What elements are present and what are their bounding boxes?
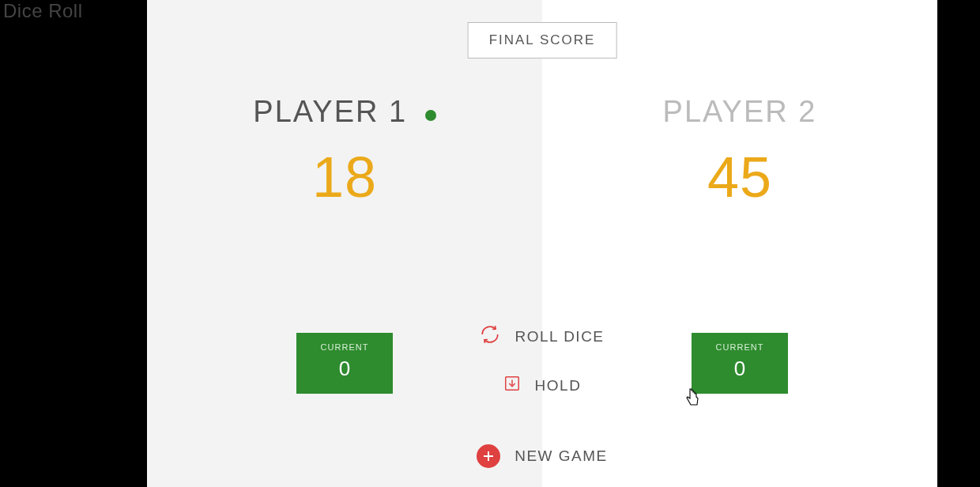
active-player-dot-icon [425, 110, 436, 121]
player2-current-box: CURRENT 0 [692, 333, 788, 394]
app-title: Dice Roll [3, 0, 83, 22]
roll-dice-button[interactable]: ROLL DICE [455, 324, 629, 349]
roll-dice-label: ROLL DICE [514, 328, 604, 345]
player2-name: PLAYER 2 [663, 95, 817, 129]
final-score-button[interactable]: FINAL SCORE [468, 22, 617, 59]
refresh-icon [480, 324, 500, 349]
new-game-button[interactable]: NEW GAME [455, 444, 629, 468]
player1-current-score: 0 [296, 357, 393, 381]
game-board: PLAYER 1 18 CURRENT 0 PLAYER 2 45 CURREN… [147, 0, 937, 487]
player2-current-score: 0 [692, 357, 788, 381]
player1-panel: PLAYER 1 18 CURRENT 0 [147, 0, 542, 487]
download-icon [503, 375, 521, 396]
player2-current-label: CURRENT [692, 342, 788, 352]
player1-current-box: CURRENT 0 [296, 333, 393, 394]
hold-label: HOLD [535, 377, 582, 395]
new-game-label: NEW GAME [514, 447, 608, 465]
player2-header: PLAYER 2 [542, 95, 937, 129]
player1-name: PLAYER 1 [253, 95, 407, 129]
player2-score: 45 [542, 145, 937, 210]
plus-icon [477, 444, 500, 468]
hold-button[interactable]: HOLD [455, 375, 629, 396]
player1-header: PLAYER 1 [147, 95, 542, 129]
player1-score: 18 [147, 145, 542, 210]
player1-current-label: CURRENT [296, 342, 393, 352]
player2-panel: PLAYER 2 45 CURRENT 0 [542, 0, 937, 487]
